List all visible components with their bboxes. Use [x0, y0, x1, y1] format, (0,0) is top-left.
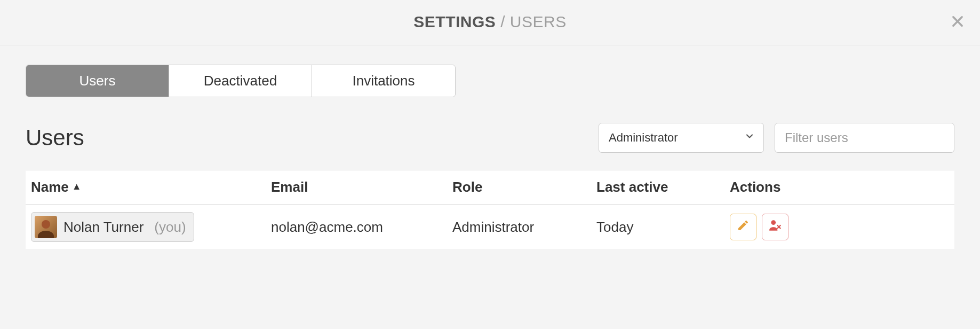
- sort-asc-icon: ▲: [72, 182, 82, 191]
- chevron-down-icon: [744, 131, 755, 145]
- column-header-name-label: Name: [31, 179, 69, 195]
- user-remove-icon: [768, 218, 782, 236]
- avatar: [35, 216, 57, 238]
- edit-user-button[interactable]: [730, 214, 756, 240]
- breadcrumb-current: USERS: [510, 13, 567, 30]
- user-role: Administrator: [452, 219, 596, 236]
- tab-bar: Users Deactivated Invitations: [26, 65, 456, 97]
- you-tag: (you): [154, 219, 186, 236]
- filter-users-input[interactable]: [775, 123, 954, 153]
- tab-deactivated[interactable]: Deactivated: [169, 65, 312, 97]
- role-filter-value: Administrator: [609, 131, 678, 145]
- user-name: Nolan Turner: [63, 219, 144, 236]
- column-header-email[interactable]: Email: [271, 179, 452, 195]
- user-chip[interactable]: Nolan Turner (you): [31, 212, 194, 242]
- users-table: Name ▲ Email Role Last active Actions No…: [26, 170, 954, 250]
- breadcrumb: SETTINGS / USERS: [413, 13, 566, 30]
- page-header: SETTINGS / USERS: [0, 0, 980, 45]
- toolbar-controls: Administrator: [599, 123, 954, 153]
- svg-point-2: [771, 220, 776, 225]
- pencil-icon: [737, 219, 750, 236]
- section-title: Users: [26, 125, 84, 151]
- breadcrumb-separator: /: [496, 13, 510, 30]
- breadcrumb-root[interactable]: SETTINGS: [413, 13, 496, 30]
- user-email: nolan@acme.com: [271, 219, 452, 236]
- table-header: Name ▲ Email Role Last active Actions: [26, 170, 954, 205]
- tab-users[interactable]: Users: [26, 65, 169, 97]
- column-header-role[interactable]: Role: [452, 179, 596, 195]
- close-icon[interactable]: [950, 13, 965, 32]
- content-area: Users Deactivated Invitations Users Admi…: [0, 45, 980, 263]
- user-last-active: Today: [596, 219, 730, 236]
- role-filter-select[interactable]: Administrator: [599, 123, 764, 153]
- toolbar: Users Administrator: [26, 123, 954, 153]
- remove-user-button[interactable]: [762, 214, 788, 240]
- column-header-last-active[interactable]: Last active: [596, 179, 730, 195]
- table-row: Nolan Turner (you) nolan@acme.com Admini…: [26, 205, 954, 250]
- column-header-name[interactable]: Name ▲: [31, 179, 271, 195]
- tab-invitations[interactable]: Invitations: [312, 65, 455, 97]
- column-header-actions: Actions: [730, 179, 949, 195]
